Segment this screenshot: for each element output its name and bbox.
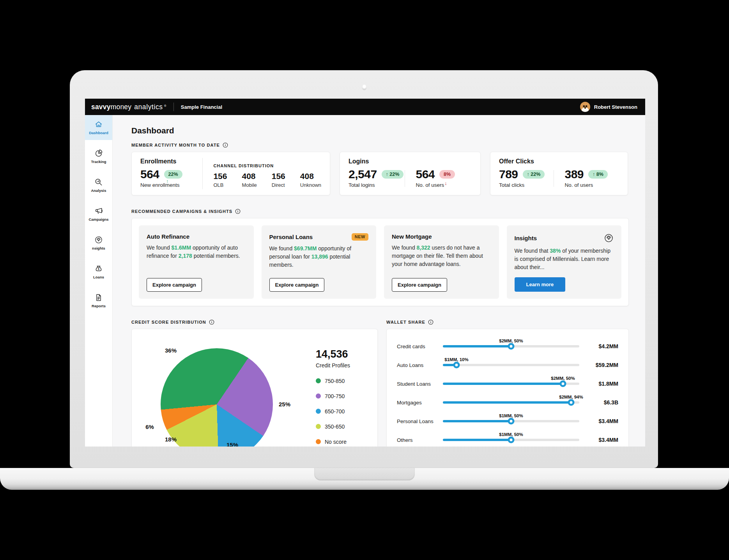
pie-slice-label: 15% — [226, 441, 238, 447]
new-badge: NEW — [352, 233, 368, 241]
slider-handle[interactable] — [508, 437, 515, 443]
tile-body: We found 8,322 users do not have a mortg… — [392, 244, 491, 268]
sidebar-item-analysis[interactable]: Analysis — [85, 173, 112, 198]
logins-card: Logins 2,547 ↑ 22% Total logins — [340, 152, 481, 195]
laptop-screen-shell: savvy money analytics ® Sample Financial… — [70, 70, 658, 468]
tile-title: Insights — [515, 235, 537, 241]
trend-pill-up: ↑ 22% — [382, 170, 404, 179]
campaigns-container: Auto Refinance We found $1.6MM opportuni… — [131, 218, 629, 306]
credit-score-label: CREDIT SCORE DISTRIBUTION — [131, 319, 378, 325]
laptop-mockup: savvy money analytics ® Sample Financial… — [0, 0, 729, 560]
slider-handle[interactable] — [453, 362, 460, 369]
info-icon[interactable] — [209, 319, 214, 325]
stat-block: 389 ↑ 8% No. of users — [554, 168, 619, 189]
sidebar-item-label: Loans — [93, 275, 104, 279]
info-icon[interactable] — [235, 209, 241, 214]
pie-slice-label: 6% — [145, 424, 154, 430]
legend-dot — [316, 409, 321, 414]
wallet-value: $1.8MM — [585, 381, 618, 387]
wallet-row-mortgages: Mortgages $2MM, 94% $6.3B — [397, 393, 618, 412]
stat-value: 564 — [140, 168, 159, 180]
offer-clicks-card: Offer Clicks 789 ↑ 22% Total clicks — [490, 152, 628, 195]
channel-distribution: CHANNEL DISTRIBUTION 156 OLB 408 Mobile — [202, 158, 321, 189]
pie-slice-label: 25% — [279, 401, 290, 408]
channel-col: 408 Mobile — [242, 172, 257, 188]
slider-handle[interactable] — [508, 418, 515, 425]
explore-campaign-button[interactable]: Explore campaign — [392, 278, 447, 292]
campaign-tile-auto-refinance: Auto Refinance We found $1.6MM opportuni… — [139, 225, 254, 299]
topbar-divider — [173, 103, 174, 111]
wallet-row-others: Others $1MM, 50% $3.4MM — [397, 431, 618, 447]
slider-fill — [443, 345, 511, 347]
page-title: Dashboard — [131, 126, 629, 135]
card-title: Logins — [349, 158, 472, 165]
svg-text:$: $ — [98, 268, 99, 271]
learn-more-button[interactable]: Learn more — [515, 277, 566, 292]
wallet-row-auto-loans: Auto Loans $1MM, 10% $59.2MM — [397, 356, 618, 374]
info-icon[interactable] — [428, 319, 434, 325]
slider-fill — [443, 439, 511, 441]
tile-body: We found $1.6MM opportunity of auto refi… — [147, 244, 246, 260]
lightbulb-icon — [94, 236, 103, 244]
avatar[interactable] — [580, 102, 590, 112]
slider-tooltip: $1MM, 50% — [499, 432, 523, 437]
stats-row: Enrollments 564 22% ↑ New enrollments — [131, 152, 629, 195]
wallet-value: $3.4MM — [585, 437, 618, 443]
insights-tile: Insights We found that 38% of your membe… — [507, 225, 622, 299]
lightbulb-icon — [604, 233, 614, 243]
user-name: Robert Stevenson — [594, 104, 637, 110]
laptop-base-notch — [314, 468, 415, 480]
sidebar-item-label: nsights — [92, 246, 105, 250]
tile-title: Personal Loans — [269, 234, 313, 240]
slider-track[interactable] — [443, 364, 579, 366]
wallet-value: $59.2MM — [585, 362, 618, 368]
sidebar-item-reports[interactable]: Reports — [85, 288, 112, 313]
brand-light: analytics — [134, 103, 163, 111]
section-label-text: CREDIT SCORE DISTRIBUTION — [131, 320, 206, 324]
stat-block: 564 8% No. of users↓ — [405, 168, 472, 189]
top-bar: savvy money analytics ® Sample Financial… — [85, 99, 645, 115]
money-bag-icon: $ — [94, 264, 103, 273]
sidebar-item-tracking[interactable]: Tracking — [85, 144, 112, 169]
legend-dot — [316, 424, 321, 429]
trend-pill-down: 8% — [439, 170, 455, 179]
webcam-dot — [362, 84, 366, 90]
explore-campaign-button[interactable]: Explore campaign — [147, 278, 202, 292]
section-label-text: MEMBER ACTIVITY MONTH TO DATE — [131, 143, 220, 147]
section-label-text: RECOMMENDED CAMPAIGNS & INSIGHTS — [131, 209, 232, 214]
wallet-value: $3.4MM — [585, 418, 618, 424]
explore-campaign-button[interactable]: Explore campaign — [269, 278, 325, 292]
slider-tooltip: $1MM, 50% — [499, 413, 523, 418]
sidebar-item-insights[interactable]: nsights — [85, 230, 112, 255]
slider-handle[interactable] — [560, 381, 566, 387]
brand-logo: savvy money analytics ® — [91, 103, 166, 111]
slider-handle[interactable] — [508, 343, 515, 350]
sidebar-item-loans[interactable]: $ Loans — [85, 259, 112, 284]
brand-bold: savvy — [91, 103, 111, 111]
recommended-label: RECOMMENDED CAMPAIGNS & INSIGHTS — [131, 209, 629, 214]
app-window: savvy money analytics ® Sample Financial… — [85, 99, 645, 447]
tile-title: Auto Refinance — [147, 233, 189, 240]
legend-item: 750-850 — [316, 378, 350, 384]
channel-col: 408 Unknown — [300, 172, 321, 188]
sidebar-item-label: Analysis — [91, 188, 106, 193]
info-icon[interactable] — [223, 142, 228, 148]
registered-mark: ® — [164, 104, 166, 108]
credit-score-pie — [161, 348, 273, 447]
legend-item: 350-650 — [316, 424, 350, 430]
credit-profiles-caption: Credit Profiles — [316, 362, 350, 369]
enrollments-card: Enrollments 564 22% ↑ New enrollments — [131, 152, 330, 195]
trend-pill-up: ↑ 22% — [523, 170, 545, 179]
legend-dot — [316, 393, 321, 399]
legend-item: 650-700 — [316, 408, 350, 415]
user-menu[interactable]: Robert Stevenson — [580, 102, 637, 112]
sidebar-item-campaigns[interactable]: Campaigns — [85, 202, 112, 227]
search-stats-icon — [94, 178, 103, 186]
document-icon — [94, 293, 103, 302]
card-title: Offer Clicks — [499, 158, 619, 165]
wallet-share-card: Credit cards $2MM, 50% $4.2MM — [386, 329, 629, 447]
sidebar-item-dashboard[interactable]: Dashboard — [85, 115, 112, 140]
slider-handle[interactable] — [568, 399, 575, 406]
pie-slice-label: 36% — [165, 347, 177, 354]
sidebar-item-label: Reports — [92, 304, 106, 308]
